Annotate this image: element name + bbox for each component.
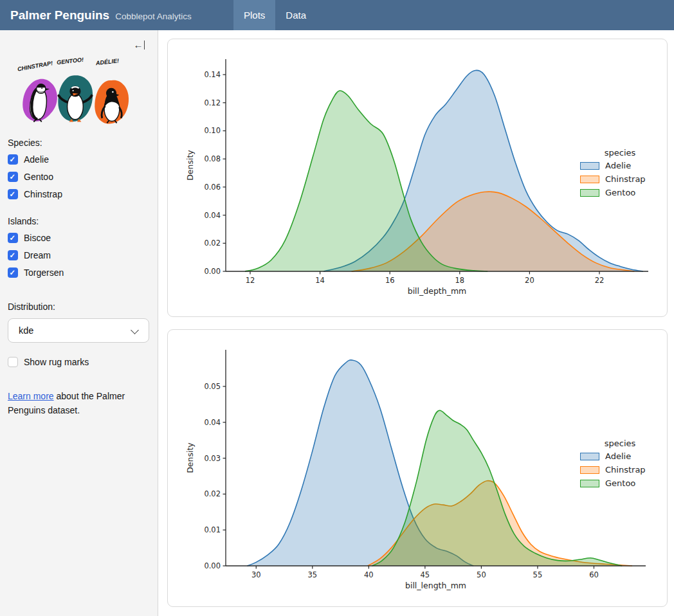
chinstrap-checkbox-label: Chinstrap <box>24 189 62 199</box>
y-tick-label: 0.01 <box>204 525 221 534</box>
dream-checkbox-label: Dream <box>24 250 51 260</box>
y-tick-label: 0.12 <box>204 98 221 107</box>
torgersen-checkbox[interactable] <box>8 267 18 278</box>
x-tick-label: 12 <box>246 276 255 285</box>
app-title: Palmer Penguins <box>10 8 109 22</box>
x-tick-label: 35 <box>307 570 317 579</box>
rug-marks-checkbox[interactable] <box>8 357 18 367</box>
sidebar-collapse-button[interactable]: ← <box>134 40 145 50</box>
y-tick-label: 0.04 <box>204 418 221 427</box>
adelie-penguin-eye <box>112 91 113 93</box>
checkbox-row-dream[interactable]: Dream <box>8 250 150 260</box>
bill-depth-kde-chart: 1214161820220.000.020.040.060.080.100.12… <box>168 39 667 316</box>
distribution-select[interactable]: kde <box>8 318 149 343</box>
learn-more-link[interactable]: Learn more <box>8 391 54 401</box>
legend-label: Chinstrap <box>605 174 646 184</box>
legend-entry-adelie: Adelie <box>578 161 662 170</box>
chinstrap-checkbox[interactable] <box>8 189 18 199</box>
y-tick-label: 0.06 <box>204 183 221 192</box>
legend-label: Gentoo <box>605 478 635 488</box>
app-root: Palmer PenguinsCobblepot Analytics Plots… <box>0 0 674 616</box>
y-tick-label: 0.02 <box>204 489 221 498</box>
legend-label: Adelie <box>605 451 631 461</box>
x-axis-label: bill_length_mm <box>405 581 466 590</box>
legend-entry-chinstrap: Chinstrap <box>578 174 662 184</box>
y-tick-label: 0.08 <box>204 154 221 163</box>
species-label: Species: <box>8 138 150 148</box>
brand: Palmer PenguinsCobblepot Analytics <box>10 0 192 30</box>
gentoo-checkbox-label: Gentoo <box>24 172 53 182</box>
tab-plots[interactable]: Plots <box>233 0 275 30</box>
gentoo-art-label: GENTOO! <box>57 57 84 66</box>
species-legend: speciesAdelieChinstrapGentoo <box>578 148 662 201</box>
biscoe-checkbox[interactable] <box>8 233 18 243</box>
penguins-artwork: CHINSTRAP! GENTOO! ADÉLIE! <box>8 55 141 128</box>
y-axis-label: Density <box>185 442 195 473</box>
x-tick-label: 60 <box>589 570 599 579</box>
card-bill-depth: 1214161820220.000.020.040.060.080.100.12… <box>167 39 668 317</box>
y-tick-label: 0.04 <box>204 211 221 220</box>
x-tick-label: 50 <box>477 570 486 579</box>
y-tick-label: 0.10 <box>204 126 221 135</box>
legend-swatch-gentoo <box>580 480 599 487</box>
torgersen-checkbox-label: Torgersen <box>24 267 64 278</box>
y-tick-label: 0.00 <box>204 561 221 570</box>
legend-swatch-chinstrap <box>580 176 599 183</box>
adelie-checkbox-label: Adelie <box>24 154 49 165</box>
checkbox-row-adelie[interactable]: Adelie <box>8 154 150 165</box>
legend-entry-adelie: Adelie <box>578 451 662 461</box>
legend-entry-gentoo: Gentoo <box>578 478 662 488</box>
legend-swatch-gentoo <box>580 189 599 197</box>
legend-entry-chinstrap: Chinstrap <box>578 465 662 475</box>
gentoo-penguin-eye <box>73 90 74 91</box>
dream-checkbox[interactable] <box>8 250 18 260</box>
chinstrap-art-label: CHINSTRAP! <box>17 60 53 73</box>
legend-swatch-adelie <box>580 162 599 170</box>
collapse-bar-icon <box>144 41 145 50</box>
y-tick-label: 0.02 <box>204 239 221 248</box>
legend-label: Chinstrap <box>605 465 646 475</box>
navbar: Palmer PenguinsCobblepot Analytics Plots… <box>0 0 674 30</box>
rug-marks-label: Show rug marks <box>24 357 89 367</box>
adelie-penguin-head <box>106 88 116 98</box>
legend-swatch-chinstrap <box>580 466 599 474</box>
main-content: 1214161820220.000.020.040.060.080.100.12… <box>159 30 674 616</box>
chevron-down-icon <box>131 326 139 334</box>
x-tick-label: 22 <box>595 276 605 285</box>
x-tick-label: 20 <box>525 276 534 285</box>
card-bill-length: 303540455055600.000.010.020.030.040.05bi… <box>167 329 668 607</box>
x-tick-label: 45 <box>421 570 430 579</box>
gentoo-checkbox[interactable] <box>8 172 18 182</box>
checkbox-row-biscoe[interactable]: Biscoe <box>8 233 150 243</box>
bill-length-kde-chart: 303540455055600.000.010.020.030.040.05bi… <box>168 330 667 606</box>
legend-label: Gentoo <box>605 188 635 197</box>
gentoo-penguin-body <box>68 94 84 120</box>
chinstrap-penguin-eye <box>41 87 42 89</box>
checkbox-row-torgersen[interactable]: Torgersen <box>8 267 150 278</box>
rug-marks-row[interactable]: Show rug marks <box>8 357 150 367</box>
islands-label: Islands: <box>8 216 150 226</box>
y-tick-label: 0.14 <box>204 70 221 79</box>
tab-data[interactable]: Data <box>275 0 316 30</box>
distribution-label: Distribution: <box>8 302 150 312</box>
x-tick-label: 40 <box>364 570 374 579</box>
legend-title: species <box>578 148 662 158</box>
legend-title: species <box>578 439 662 448</box>
y-tick-label: 0.00 <box>204 267 221 276</box>
app-subtitle: Cobblepot Analytics <box>115 12 192 21</box>
legend-label: Adelie <box>605 161 631 170</box>
checkbox-row-gentoo[interactable]: Gentoo <box>8 172 150 182</box>
dataset-footnote: Learn more about the Palmer Penguins dat… <box>8 389 141 418</box>
y-axis-label: Density <box>185 150 195 181</box>
biscoe-checkbox-label: Biscoe <box>24 233 51 243</box>
checkbox-row-chinstrap[interactable]: Chinstrap <box>8 189 150 199</box>
x-tick-label: 55 <box>533 570 543 579</box>
adelie-art-label: ADÉLIE! <box>95 57 119 66</box>
y-tick-label: 0.05 <box>204 382 221 391</box>
x-tick-label: 30 <box>251 570 261 579</box>
x-tick-label: 16 <box>385 276 395 285</box>
nav-tabs: Plots Data <box>233 0 316 30</box>
adelie-checkbox[interactable] <box>8 154 18 165</box>
collapse-arrow-icon: ← <box>134 39 143 50</box>
species-legend: speciesAdelieChinstrapGentoo <box>578 439 662 492</box>
